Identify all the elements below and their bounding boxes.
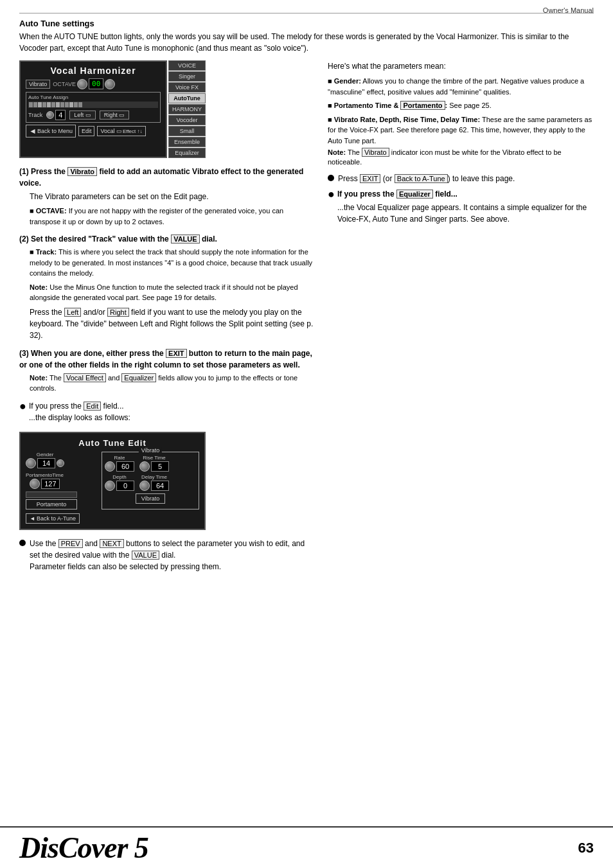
bullet-edit-text: If you press the Edit field... bbox=[29, 402, 124, 411]
bullet-prev-text: Use the PREV and NEXT buttons to select … bbox=[30, 539, 305, 560]
back-atune-btn[interactable]: ◄ Back to A-Tune bbox=[26, 513, 80, 524]
owner-manual-label: Owner's Manual bbox=[543, 6, 594, 14]
assign-label: Auto Tune Assign bbox=[28, 94, 158, 100]
delay-knob[interactable] bbox=[139, 481, 150, 491]
note-vibrato-label: Note: bbox=[328, 148, 346, 156]
sidebar-ensemble[interactable]: Ensemble bbox=[168, 137, 206, 147]
bullet-edit-content: If you press the Edit field... ...the di… bbox=[29, 400, 130, 427]
right-vibrato-label: ■ Vibrato Rate, Depth, Rise Time, Delay … bbox=[328, 116, 480, 123]
back-to-menu-btn[interactable]: ◄ Back to Menu bbox=[26, 125, 76, 137]
right-column: Here's what the parameters mean: ■ Gende… bbox=[328, 60, 594, 580]
depth-param: Depth 0 bbox=[105, 474, 134, 491]
page-number: 63 bbox=[578, 840, 594, 856]
left-kbd: Left bbox=[64, 308, 81, 317]
vibrato-btn-row: Vibrato bbox=[105, 493, 196, 504]
sidebar-equalizer[interactable]: Equalizer bbox=[168, 148, 206, 158]
step-1-header: (1) Press the Vibrato field to add an au… bbox=[19, 166, 315, 189]
step-2-note-minusone: Note: Use the Minus One function to mute… bbox=[19, 282, 315, 303]
back-arrow-icon: ◄ bbox=[30, 515, 35, 522]
bottom-btns: ◄ Back to Menu Edit Vocal ▭ Effect ↑↓ bbox=[26, 125, 161, 137]
back-to-menu-label: Back to Menu bbox=[37, 128, 73, 134]
exit-kbd: EXIT bbox=[166, 349, 186, 358]
sidebar-autotune[interactable]: AutoTune bbox=[168, 93, 206, 103]
left-field[interactable]: Left ▭ bbox=[69, 111, 96, 120]
edit-btn[interactable]: Edit bbox=[78, 126, 95, 136]
bullet-equalizer: ● If you press the Equalizer field... ..… bbox=[328, 188, 594, 228]
back-atune-row: ◄ Back to A-Tune bbox=[26, 513, 199, 524]
bullet-prev-sub: Parameter fields can also be selected by… bbox=[30, 561, 315, 572]
depth-ctrl: 0 bbox=[105, 481, 134, 491]
portamento-knob[interactable] bbox=[30, 479, 40, 489]
sidebar-voice-fx[interactable]: Voice FX bbox=[168, 82, 206, 93]
rate-ctrl: 60 bbox=[105, 461, 134, 472]
vocal-effect-kbd: Vocal Effect bbox=[64, 373, 106, 382]
sidebar-voice[interactable]: VOICE bbox=[168, 60, 206, 71]
vocal-effect-btn[interactable]: Vocal ▭ Effect ↑↓ bbox=[97, 126, 145, 136]
screen-sidebar: VOICE Singer Voice FX AutoTune HARMONY V… bbox=[168, 60, 206, 158]
bottom-bar: DisCover 5 63 bbox=[0, 826, 613, 868]
value-kbd: VALUE bbox=[171, 235, 199, 244]
step-3-number: (3) bbox=[19, 349, 29, 358]
gender-knob2[interactable] bbox=[57, 459, 64, 467]
portamento-btn[interactable]: Portamento bbox=[26, 499, 77, 509]
bullet-exit-content: Press EXIT (or Back to A-Tune) to leave … bbox=[338, 173, 515, 184]
equalizer-kbd-right: Equalizer bbox=[396, 190, 433, 199]
sidebar-small[interactable]: Small bbox=[168, 126, 206, 136]
bar8 bbox=[60, 102, 64, 107]
left-column: Vocal Harmonizer Vibrato OCTAVE 00 Au bbox=[19, 60, 315, 580]
sidebar-harmony[interactable]: HARMONY bbox=[168, 104, 206, 114]
step-1-note: ■ OCTAVE: If you are not happy with the … bbox=[19, 206, 315, 227]
section-title: Auto Tune settings bbox=[19, 19, 594, 28]
edit-field-kbd: Edit bbox=[84, 402, 101, 411]
rate-knob[interactable] bbox=[105, 461, 115, 472]
vibrato-kbd: Vibrato bbox=[67, 167, 97, 176]
right-gender-label: ■ Gender: bbox=[328, 77, 361, 85]
edit-params-layout: Gender 14 Portamen bbox=[26, 452, 199, 509]
bar12 bbox=[78, 102, 82, 107]
delay-value: 64 bbox=[151, 481, 169, 491]
bar5 bbox=[47, 102, 51, 107]
extra-knob[interactable] bbox=[105, 79, 115, 89]
bar3 bbox=[38, 102, 42, 107]
right-field[interactable]: Right ▭ bbox=[100, 111, 130, 120]
sidebar-singer[interactable]: Singer bbox=[168, 71, 206, 82]
rise-ctrl: 5 bbox=[139, 461, 169, 472]
vibrato-params: Vibrato Rate 60 Ris bbox=[102, 452, 199, 509]
right-portamento-label: ■ Portamento Time & Portamento: bbox=[328, 101, 447, 110]
next-kbd: NEXT bbox=[100, 539, 123, 548]
track-dec-btn[interactable] bbox=[46, 111, 54, 119]
portamento-row: PortamentoTime 127 bbox=[26, 472, 96, 489]
top-divider bbox=[19, 13, 594, 13]
track-controls: 4 bbox=[46, 110, 66, 120]
left-params: Gender 14 Portamen bbox=[26, 452, 96, 509]
step-1-number: (1) bbox=[19, 167, 29, 176]
intro-text: When the AUTO TUNE button lights, only t… bbox=[19, 31, 594, 54]
right-portamento: ■ Portamento Time & Portamento: See page… bbox=[328, 100, 594, 111]
gender-label: Gender bbox=[37, 452, 54, 457]
sidebar-vocoder[interactable]: Vocoder bbox=[168, 115, 206, 125]
gender-row: Gender 14 bbox=[26, 452, 96, 468]
note-label-3: Note: bbox=[30, 374, 48, 382]
step-3: (3) When you are done, either press the … bbox=[19, 348, 315, 394]
octave-group: OCTAVE 00 bbox=[53, 78, 115, 89]
rise-knob[interactable] bbox=[139, 461, 150, 472]
gender-knob[interactable] bbox=[26, 458, 36, 468]
vibrato-field[interactable]: Vibrato bbox=[26, 80, 50, 89]
exit-kbd-right: EXIT bbox=[360, 174, 380, 183]
portamento-ctrl: 127 bbox=[30, 479, 59, 489]
step-3-header: (3) When you are done, either press the … bbox=[19, 348, 315, 371]
bullet-dot-prev bbox=[19, 540, 26, 546]
step-2-header: (2) Set the desired "Track" value with t… bbox=[19, 233, 315, 245]
vocal-harmonizer-screen: Vocal Harmonizer Vibrato OCTAVE 00 Au bbox=[19, 60, 315, 158]
brand-text: DisCover 5 bbox=[19, 831, 148, 864]
bullet-dot-exit bbox=[328, 175, 334, 181]
octave-value: 00 bbox=[89, 78, 103, 89]
octave-knob[interactable] bbox=[77, 79, 87, 89]
vibrato-toggle-btn[interactable]: Vibrato bbox=[136, 493, 165, 504]
bullet-prev-content: Use the PREV and NEXT buttons to select … bbox=[30, 538, 315, 576]
depth-knob[interactable] bbox=[105, 481, 115, 491]
rate-value: 60 bbox=[116, 461, 134, 472]
portamento-param: PortamentoTime 127 bbox=[26, 472, 64, 489]
right-gender: ■ Gender: Allows you to change the timbr… bbox=[328, 76, 594, 97]
vibrato-bottom-row: Depth 0 Delay Time bbox=[105, 474, 196, 491]
